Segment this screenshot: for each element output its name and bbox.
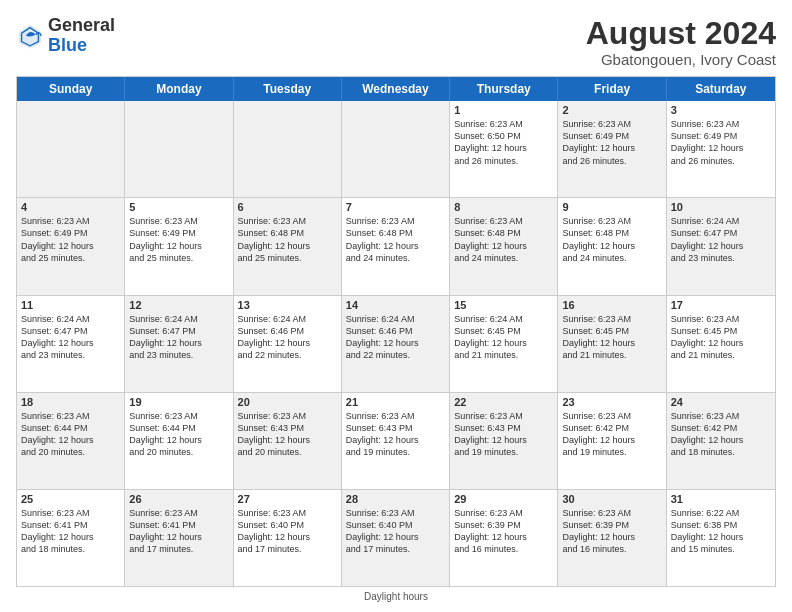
day-info: Sunrise: 6:23 AM Sunset: 6:40 PM Dayligh… xyxy=(346,507,445,556)
day-cell-25: 25Sunrise: 6:23 AM Sunset: 6:41 PM Dayli… xyxy=(17,490,125,586)
footer-note: Daylight hours xyxy=(16,591,776,602)
day-number: 25 xyxy=(21,493,120,505)
day-cell-27: 27Sunrise: 6:23 AM Sunset: 6:40 PM Dayli… xyxy=(234,490,342,586)
day-cell-17: 17Sunrise: 6:23 AM Sunset: 6:45 PM Dayli… xyxy=(667,296,775,392)
logo-icon xyxy=(16,22,44,50)
day-info: Sunrise: 6:23 AM Sunset: 6:48 PM Dayligh… xyxy=(454,215,553,264)
day-number: 11 xyxy=(21,299,120,311)
calendar-body: 1Sunrise: 6:23 AM Sunset: 6:50 PM Daylig… xyxy=(17,101,775,586)
day-cell-28: 28Sunrise: 6:23 AM Sunset: 6:40 PM Dayli… xyxy=(342,490,450,586)
day-cell-23: 23Sunrise: 6:23 AM Sunset: 6:42 PM Dayli… xyxy=(558,393,666,489)
day-info: Sunrise: 6:23 AM Sunset: 6:49 PM Dayligh… xyxy=(671,118,771,167)
day-number: 4 xyxy=(21,201,120,213)
day-info: Sunrise: 6:23 AM Sunset: 6:42 PM Dayligh… xyxy=(562,410,661,459)
day-number: 3 xyxy=(671,104,771,116)
month-title: August 2024 xyxy=(586,16,776,51)
day-info: Sunrise: 6:23 AM Sunset: 6:43 PM Dayligh… xyxy=(454,410,553,459)
calendar-row-5: 25Sunrise: 6:23 AM Sunset: 6:41 PM Dayli… xyxy=(17,490,775,586)
day-info: Sunrise: 6:23 AM Sunset: 6:41 PM Dayligh… xyxy=(129,507,228,556)
day-cell-9: 9Sunrise: 6:23 AM Sunset: 6:48 PM Daylig… xyxy=(558,198,666,294)
logo: General Blue xyxy=(16,16,115,56)
day-info: Sunrise: 6:24 AM Sunset: 6:46 PM Dayligh… xyxy=(238,313,337,362)
day-info: Sunrise: 6:23 AM Sunset: 6:40 PM Dayligh… xyxy=(238,507,337,556)
day-of-week-sunday: Sunday xyxy=(17,77,125,101)
day-info: Sunrise: 6:24 AM Sunset: 6:47 PM Dayligh… xyxy=(129,313,228,362)
day-number: 17 xyxy=(671,299,771,311)
day-number: 29 xyxy=(454,493,553,505)
day-info: Sunrise: 6:23 AM Sunset: 6:49 PM Dayligh… xyxy=(562,118,661,167)
title-block: August 2024 Gbatongouen, Ivory Coast xyxy=(586,16,776,68)
day-cell-18: 18Sunrise: 6:23 AM Sunset: 6:44 PM Dayli… xyxy=(17,393,125,489)
day-number: 5 xyxy=(129,201,228,213)
day-number: 30 xyxy=(562,493,661,505)
day-info: Sunrise: 6:24 AM Sunset: 6:45 PM Dayligh… xyxy=(454,313,553,362)
header: General Blue August 2024 Gbatongouen, Iv… xyxy=(16,16,776,68)
day-number: 1 xyxy=(454,104,553,116)
day-info: Sunrise: 6:23 AM Sunset: 6:48 PM Dayligh… xyxy=(346,215,445,264)
day-number: 10 xyxy=(671,201,771,213)
day-info: Sunrise: 6:23 AM Sunset: 6:39 PM Dayligh… xyxy=(454,507,553,556)
day-info: Sunrise: 6:23 AM Sunset: 6:48 PM Dayligh… xyxy=(238,215,337,264)
location-title: Gbatongouen, Ivory Coast xyxy=(586,51,776,68)
day-cell-21: 21Sunrise: 6:23 AM Sunset: 6:43 PM Dayli… xyxy=(342,393,450,489)
day-cell-29: 29Sunrise: 6:23 AM Sunset: 6:39 PM Dayli… xyxy=(450,490,558,586)
day-cell-24: 24Sunrise: 6:23 AM Sunset: 6:42 PM Dayli… xyxy=(667,393,775,489)
day-cell-26: 26Sunrise: 6:23 AM Sunset: 6:41 PM Dayli… xyxy=(125,490,233,586)
day-cell-22: 22Sunrise: 6:23 AM Sunset: 6:43 PM Dayli… xyxy=(450,393,558,489)
day-info: Sunrise: 6:23 AM Sunset: 6:49 PM Dayligh… xyxy=(129,215,228,264)
day-number: 23 xyxy=(562,396,661,408)
day-cell-6: 6Sunrise: 6:23 AM Sunset: 6:48 PM Daylig… xyxy=(234,198,342,294)
day-info: Sunrise: 6:23 AM Sunset: 6:45 PM Dayligh… xyxy=(671,313,771,362)
day-info: Sunrise: 6:23 AM Sunset: 6:41 PM Dayligh… xyxy=(21,507,120,556)
day-of-week-saturday: Saturday xyxy=(667,77,775,101)
day-number: 26 xyxy=(129,493,228,505)
empty-cell xyxy=(125,101,233,197)
day-number: 13 xyxy=(238,299,337,311)
day-info: Sunrise: 6:23 AM Sunset: 6:49 PM Dayligh… xyxy=(21,215,120,264)
day-info: Sunrise: 6:23 AM Sunset: 6:39 PM Dayligh… xyxy=(562,507,661,556)
empty-cell xyxy=(234,101,342,197)
logo-text: General Blue xyxy=(48,16,115,56)
day-info: Sunrise: 6:24 AM Sunset: 6:47 PM Dayligh… xyxy=(671,215,771,264)
day-info: Sunrise: 6:23 AM Sunset: 6:43 PM Dayligh… xyxy=(238,410,337,459)
logo-general: General xyxy=(48,16,115,36)
day-of-week-wednesday: Wednesday xyxy=(342,77,450,101)
day-number: 27 xyxy=(238,493,337,505)
day-cell-2: 2Sunrise: 6:23 AM Sunset: 6:49 PM Daylig… xyxy=(558,101,666,197)
day-number: 14 xyxy=(346,299,445,311)
day-cell-31: 31Sunrise: 6:22 AM Sunset: 6:38 PM Dayli… xyxy=(667,490,775,586)
day-info: Sunrise: 6:23 AM Sunset: 6:44 PM Dayligh… xyxy=(129,410,228,459)
day-info: Sunrise: 6:23 AM Sunset: 6:44 PM Dayligh… xyxy=(21,410,120,459)
day-cell-5: 5Sunrise: 6:23 AM Sunset: 6:49 PM Daylig… xyxy=(125,198,233,294)
day-cell-12: 12Sunrise: 6:24 AM Sunset: 6:47 PM Dayli… xyxy=(125,296,233,392)
logo-blue: Blue xyxy=(48,36,115,56)
day-of-week-tuesday: Tuesday xyxy=(234,77,342,101)
empty-cell xyxy=(17,101,125,197)
day-cell-3: 3Sunrise: 6:23 AM Sunset: 6:49 PM Daylig… xyxy=(667,101,775,197)
page: General Blue August 2024 Gbatongouen, Iv… xyxy=(0,0,792,612)
calendar-row-4: 18Sunrise: 6:23 AM Sunset: 6:44 PM Dayli… xyxy=(17,393,775,490)
day-of-week-friday: Friday xyxy=(558,77,666,101)
day-number: 22 xyxy=(454,396,553,408)
day-number: 20 xyxy=(238,396,337,408)
day-cell-7: 7Sunrise: 6:23 AM Sunset: 6:48 PM Daylig… xyxy=(342,198,450,294)
day-number: 6 xyxy=(238,201,337,213)
day-cell-8: 8Sunrise: 6:23 AM Sunset: 6:48 PM Daylig… xyxy=(450,198,558,294)
empty-cell xyxy=(342,101,450,197)
day-number: 24 xyxy=(671,396,771,408)
calendar-row-3: 11Sunrise: 6:24 AM Sunset: 6:47 PM Dayli… xyxy=(17,296,775,393)
day-number: 31 xyxy=(671,493,771,505)
day-number: 19 xyxy=(129,396,228,408)
calendar: SundayMondayTuesdayWednesdayThursdayFrid… xyxy=(16,76,776,587)
day-info: Sunrise: 6:22 AM Sunset: 6:38 PM Dayligh… xyxy=(671,507,771,556)
day-cell-30: 30Sunrise: 6:23 AM Sunset: 6:39 PM Dayli… xyxy=(558,490,666,586)
day-cell-13: 13Sunrise: 6:24 AM Sunset: 6:46 PM Dayli… xyxy=(234,296,342,392)
calendar-row-1: 1Sunrise: 6:23 AM Sunset: 6:50 PM Daylig… xyxy=(17,101,775,198)
day-cell-16: 16Sunrise: 6:23 AM Sunset: 6:45 PM Dayli… xyxy=(558,296,666,392)
day-info: Sunrise: 6:24 AM Sunset: 6:47 PM Dayligh… xyxy=(21,313,120,362)
day-number: 7 xyxy=(346,201,445,213)
day-number: 2 xyxy=(562,104,661,116)
day-number: 18 xyxy=(21,396,120,408)
day-number: 12 xyxy=(129,299,228,311)
day-cell-11: 11Sunrise: 6:24 AM Sunset: 6:47 PM Dayli… xyxy=(17,296,125,392)
